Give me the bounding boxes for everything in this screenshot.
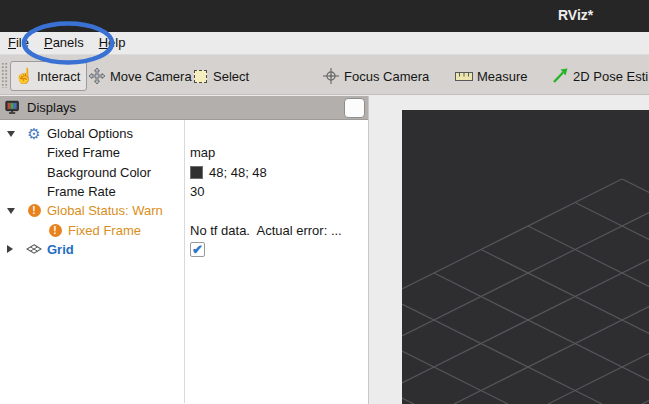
value-grid[interactable]: ✔ xyxy=(190,240,366,259)
hand-pointer-icon: ☝ xyxy=(15,67,33,85)
tree-row-grid[interactable]: Grid✔ xyxy=(0,240,368,259)
background-color-swatch xyxy=(190,166,203,179)
ruler-icon xyxy=(455,67,473,85)
tree-row-fixed-frame[interactable]: Fixed Framemap xyxy=(0,143,368,162)
tool-select-button[interactable]: Select xyxy=(191,61,249,91)
viewport-grid-line xyxy=(481,250,649,334)
menu-item-file[interactable]: File xyxy=(8,32,36,54)
monitor-icon xyxy=(5,100,21,115)
viewport-grid-line xyxy=(622,179,649,193)
name-cell: Fixed Frame xyxy=(0,143,183,162)
tool-interact-button[interactable]: ☝Interact xyxy=(10,61,87,91)
tree-row-background-color[interactable]: Background Color48; 48; 48 xyxy=(0,163,368,182)
viewport-grid-line xyxy=(402,213,649,337)
pose-arrow-icon xyxy=(551,67,569,85)
toolbar: ☝InteractMove CameraSelectFocus CameraMe… xyxy=(0,55,649,95)
name-cell: Grid xyxy=(0,240,183,259)
menu-bar: FilePanelsHelp xyxy=(0,32,649,55)
tool-label: Move Camera xyxy=(110,69,192,84)
value-fixed-frame[interactable]: No tf data. Actual error: ... xyxy=(190,221,366,240)
gear-icon: ⚙ xyxy=(26,126,42,141)
viewport-grid-line xyxy=(642,401,649,404)
crosshair-icon xyxy=(322,67,340,85)
warning-icon: ! xyxy=(47,223,63,238)
panel-float-button[interactable] xyxy=(344,98,365,118)
name-cell: Frame Rate xyxy=(0,182,183,201)
name-cell: !Fixed Frame xyxy=(0,221,183,240)
menu-item-help[interactable]: Help xyxy=(99,32,133,54)
tool-focus-camera-button[interactable]: Focus Camera xyxy=(322,61,429,91)
viewport-grid-line xyxy=(454,307,649,404)
tool-label: Select xyxy=(213,69,249,84)
tree-row-fixed-frame[interactable]: !Fixed FrameNo tf data. Actual error: ..… xyxy=(0,221,368,240)
tool-move-camera-button[interactable]: Move Camera xyxy=(88,61,192,91)
value-fixed-frame[interactable]: map xyxy=(190,143,366,162)
tool-2d-pose-esti-button[interactable]: 2D Pose Esti xyxy=(551,61,648,91)
window-title: RViz* xyxy=(558,7,593,23)
collapse-arrow-icon[interactable] xyxy=(7,131,15,137)
row-label: Global Options xyxy=(47,124,133,143)
viewport-grid-line xyxy=(402,179,622,289)
value-background-color[interactable]: 48; 48; 48 xyxy=(190,163,366,182)
tree-row-global-options[interactable]: ⚙Global Options xyxy=(0,124,368,143)
grid-enabled-checkbox[interactable]: ✔ xyxy=(190,242,205,257)
displays-panel: Displays ⚙Global OptionsFixed FramemapBa… xyxy=(0,96,369,404)
row-label: Frame Rate xyxy=(47,182,116,201)
value-frame-rate[interactable]: 30 xyxy=(190,182,366,201)
viewport-grid-line xyxy=(402,351,508,404)
move-arrows-icon xyxy=(88,67,106,85)
tool-label: 2D Pose Esti xyxy=(573,69,648,84)
row-label: Grid xyxy=(47,240,74,259)
rviz-window: RViz* FilePanelsHelp ☝InteractMove Camer… xyxy=(0,0,649,404)
name-cell: !Global Status: Warn xyxy=(0,201,183,220)
toolbar-drag-handle[interactable] xyxy=(1,62,8,88)
tool-measure-button[interactable]: Measure xyxy=(455,61,528,91)
name-cell: ⚙Global Options xyxy=(0,124,183,143)
display-tree: ⚙Global OptionsFixed FramemapBackground … xyxy=(0,120,368,403)
expand-arrow-icon[interactable] xyxy=(7,245,13,253)
tool-label: Interact xyxy=(37,69,80,84)
displays-panel-title: Displays xyxy=(27,100,76,115)
title-bar: RViz* xyxy=(0,0,649,32)
viewport-grid-line xyxy=(434,273,649,381)
checkmark-icon: ✔ xyxy=(192,240,203,259)
tree-row-frame-rate[interactable]: Frame Rate30 xyxy=(0,182,368,201)
warning-icon: ! xyxy=(26,203,42,218)
selection-box-icon xyxy=(191,67,209,85)
tool-label: Measure xyxy=(477,69,528,84)
viewport-grid-line xyxy=(575,203,649,240)
name-cell: Background Color xyxy=(0,163,183,182)
grid-icon xyxy=(26,242,42,257)
row-label: Fixed Frame xyxy=(47,143,120,162)
viewport-grid-line xyxy=(528,226,649,287)
viewport-grid-line xyxy=(402,398,414,404)
displays-panel-header: Displays xyxy=(0,96,368,120)
viewport-grid-line xyxy=(402,304,602,404)
row-label: Fixed Frame xyxy=(68,221,141,240)
row-label: Background Color xyxy=(47,163,151,182)
viewport-grid-line xyxy=(402,260,649,384)
viewport-3d[interactable] xyxy=(402,110,649,404)
tree-row-global-status-warn[interactable]: !Global Status: Warn xyxy=(0,201,368,220)
tool-label: Focus Camera xyxy=(344,69,429,84)
row-label: Global Status: Warn xyxy=(47,201,163,220)
viewport-grid-line xyxy=(548,354,649,404)
menu-item-panels[interactable]: Panels xyxy=(44,32,91,54)
collapse-arrow-icon[interactable] xyxy=(7,208,15,214)
